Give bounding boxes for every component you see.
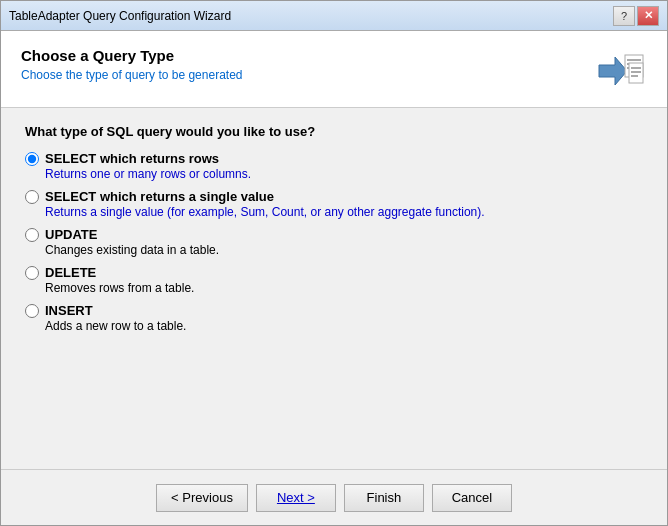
option-5-item: INSERT Adds a new row to a table. (25, 303, 643, 333)
option-5-description: Adds a new row to a table. (45, 319, 643, 333)
option-2-radio[interactable] (25, 190, 39, 204)
option-2-row: SELECT which returns a single value (25, 189, 643, 204)
svg-rect-7 (631, 71, 641, 73)
next-button[interactable]: Next > (256, 484, 336, 512)
option-1-radio[interactable] (25, 152, 39, 166)
option-3-description: Changes existing data in a table. (45, 243, 643, 257)
finish-button[interactable]: Finish (344, 484, 424, 512)
wizard-icon-svg (597, 49, 645, 93)
page-subtitle: Choose the type of query to be generated (21, 68, 243, 82)
option-2-label[interactable]: SELECT which returns a single value (45, 189, 274, 204)
header-section: Choose a Query Type Choose the type of q… (1, 31, 667, 108)
option-2-item: SELECT which returns a single value Retu… (25, 189, 643, 219)
option-4-radio[interactable] (25, 266, 39, 280)
main-section: What type of SQL query would you like to… (1, 108, 667, 469)
radio-group: SELECT which returns rows Returns one or… (25, 151, 643, 339)
option-4-row: DELETE (25, 265, 643, 280)
option-3-label[interactable]: UPDATE (45, 227, 97, 242)
option-2-description: Returns a single value (for example, Sum… (45, 205, 643, 219)
option-1-row: SELECT which returns rows (25, 151, 643, 166)
option-5-radio[interactable] (25, 304, 39, 318)
option-1-description: Returns one or many rows or columns. (45, 167, 643, 181)
option-5-label[interactable]: INSERT (45, 303, 93, 318)
svg-rect-8 (631, 75, 638, 77)
page-title: Choose a Query Type (21, 47, 243, 64)
option-1-item: SELECT which returns rows Returns one or… (25, 151, 643, 181)
help-button[interactable]: ? (613, 6, 635, 26)
content-area: Choose a Query Type Choose the type of q… (1, 31, 667, 525)
previous-button[interactable]: < Previous (156, 484, 248, 512)
footer: < Previous Next > Finish Cancel (1, 469, 667, 525)
option-5-row: INSERT (25, 303, 643, 318)
title-controls: ? ✕ (613, 6, 659, 26)
wizard-icon (595, 47, 647, 95)
svg-marker-0 (599, 57, 627, 85)
option-3-radio[interactable] (25, 228, 39, 242)
option-4-item: DELETE Removes rows from a table. (25, 265, 643, 295)
option-4-description: Removes rows from a table. (45, 281, 643, 295)
option-1-label[interactable]: SELECT which returns rows (45, 151, 219, 166)
title-bar: TableAdapter Query Configuration Wizard … (1, 1, 667, 31)
option-4-label[interactable]: DELETE (45, 265, 96, 280)
section-question: What type of SQL query would you like to… (25, 124, 643, 139)
option-3-row: UPDATE (25, 227, 643, 242)
wizard-window: TableAdapter Query Configuration Wizard … (0, 0, 668, 526)
header-text: Choose a Query Type Choose the type of q… (21, 47, 243, 82)
svg-rect-6 (631, 67, 641, 69)
option-3-item: UPDATE Changes existing data in a table. (25, 227, 643, 257)
svg-rect-2 (627, 59, 641, 61)
cancel-button[interactable]: Cancel (432, 484, 512, 512)
close-button[interactable]: ✕ (637, 6, 659, 26)
window-title: TableAdapter Query Configuration Wizard (9, 9, 231, 23)
